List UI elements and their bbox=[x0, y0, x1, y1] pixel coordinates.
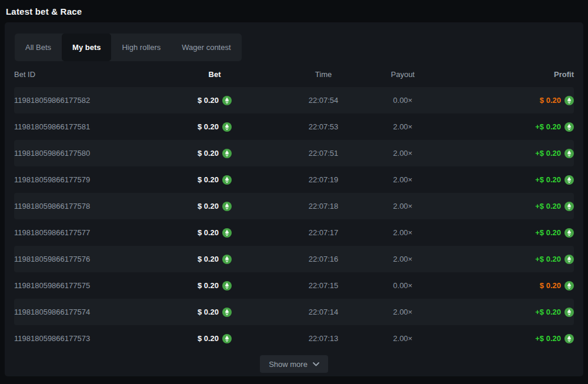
bet-profit: +$ 0.20 bbox=[417, 255, 574, 264]
chevron-down-icon bbox=[313, 362, 319, 366]
show-more-label: Show more bbox=[269, 360, 308, 369]
bets-table: Bet ID Bet Time Payout Profit 1198180598… bbox=[14, 61, 574, 352]
bet-amount: $ 0.20 bbox=[171, 255, 259, 264]
bet-profit-value: +$ 0.20 bbox=[535, 175, 561, 184]
green-coin-icon bbox=[222, 96, 232, 105]
table-row[interactable]: 119818059866177575 $ 0.20 22:07:15 0.00×… bbox=[14, 272, 574, 299]
green-coin-icon bbox=[564, 334, 574, 343]
green-coin-icon bbox=[564, 175, 574, 185]
bet-id: 119818059866177578 bbox=[14, 202, 171, 211]
green-coin-icon bbox=[564, 281, 574, 290]
bet-profit: +$ 0.20 bbox=[417, 228, 574, 238]
bet-profit-value: +$ 0.20 bbox=[535, 228, 561, 237]
bet-profit: $ 0.20 bbox=[417, 96, 574, 105]
bet-id: 119818059866177582 bbox=[14, 96, 171, 105]
green-coin-icon bbox=[222, 255, 232, 264]
bet-profit: +$ 0.20 bbox=[417, 334, 574, 343]
bet-profit-value: +$ 0.20 bbox=[535, 202, 561, 211]
bet-payout: 2.00× bbox=[388, 308, 417, 316]
column-header-time: Time bbox=[259, 70, 388, 79]
bet-id: 119818059866177579 bbox=[14, 175, 171, 184]
bet-amount: $ 0.20 bbox=[171, 228, 259, 238]
table-row[interactable]: 119818059866177573 $ 0.20 22:07:13 2.00×… bbox=[14, 325, 574, 352]
bet-profit-value: +$ 0.20 bbox=[535, 122, 561, 131]
column-header-profit: Profit bbox=[417, 70, 574, 79]
table-header-row: Bet ID Bet Time Payout Profit bbox=[14, 61, 574, 87]
green-coin-icon bbox=[222, 308, 232, 317]
titlebar: Latest bet & Race bbox=[0, 0, 588, 22]
bet-time: 22:07:16 bbox=[259, 255, 388, 263]
green-coin-icon bbox=[564, 202, 574, 211]
bet-payout: 0.00× bbox=[388, 281, 417, 290]
bet-time: 22:07:14 bbox=[259, 308, 388, 316]
tab-wager-contest[interactable]: Wager contest bbox=[171, 34, 241, 61]
bet-id: 119818059866177574 bbox=[14, 308, 171, 316]
green-coin-icon bbox=[564, 308, 574, 317]
bet-time: 22:07:18 bbox=[259, 202, 388, 211]
bet-profit: +$ 0.20 bbox=[417, 308, 574, 317]
green-coin-icon bbox=[222, 175, 232, 185]
table-row[interactable]: 119818059866177578 $ 0.20 22:07:18 2.00×… bbox=[14, 193, 574, 219]
bet-amount: $ 0.20 bbox=[171, 122, 259, 132]
bet-amount: $ 0.20 bbox=[171, 281, 259, 290]
bet-amount: $ 0.20 bbox=[171, 149, 259, 158]
bet-amount: $ 0.20 bbox=[171, 308, 259, 317]
bet-amount: $ 0.20 bbox=[171, 175, 259, 185]
bet-amount-value: $ 0.20 bbox=[198, 334, 219, 343]
green-coin-icon bbox=[564, 149, 574, 158]
bet-payout: 0.00× bbox=[388, 96, 417, 105]
table-footer: Show more bbox=[5, 355, 583, 373]
bet-profit: +$ 0.20 bbox=[417, 175, 574, 185]
bet-payout: 2.00× bbox=[388, 255, 417, 263]
bet-id: 119818059866177573 bbox=[14, 334, 171, 343]
bet-time: 22:07:53 bbox=[259, 122, 388, 131]
table-row[interactable]: 119818059866177582 $ 0.20 22:07:54 0.00×… bbox=[14, 87, 574, 113]
show-more-button[interactable]: Show more bbox=[260, 355, 328, 373]
column-header-bet-id: Bet ID bbox=[14, 70, 171, 79]
bet-profit-value: $ 0.20 bbox=[540, 96, 561, 105]
tab-high-rollers[interactable]: High rollers bbox=[111, 34, 171, 61]
bet-time: 22:07:51 bbox=[259, 149, 388, 158]
bet-amount-value: $ 0.20 bbox=[198, 149, 219, 158]
bet-profit-value: +$ 0.20 bbox=[535, 255, 561, 263]
table-row[interactable]: 119818059866177574 $ 0.20 22:07:14 2.00×… bbox=[14, 299, 574, 325]
table-row[interactable]: 119818059866177581 $ 0.20 22:07:53 2.00×… bbox=[14, 113, 574, 140]
green-coin-icon bbox=[222, 122, 232, 132]
bet-time: 22:07:54 bbox=[259, 96, 388, 105]
green-coin-icon bbox=[222, 281, 232, 290]
green-coin-icon bbox=[222, 149, 232, 158]
tab-my-bets[interactable]: My bets bbox=[62, 34, 111, 61]
bet-amount-value: $ 0.20 bbox=[198, 281, 219, 290]
latest-bets-panel: All BetsMy betsHigh rollersWager contest… bbox=[5, 22, 583, 376]
bet-amount-value: $ 0.20 bbox=[198, 96, 219, 105]
bet-amount-value: $ 0.20 bbox=[198, 228, 219, 237]
green-coin-icon bbox=[564, 255, 574, 264]
bet-payout: 2.00× bbox=[388, 202, 417, 211]
bet-profit: +$ 0.20 bbox=[417, 202, 574, 211]
table-row[interactable]: 119818059866177580 $ 0.20 22:07:51 2.00×… bbox=[14, 140, 574, 166]
table-row[interactable]: 119818059866177577 $ 0.20 22:07:17 2.00×… bbox=[14, 219, 574, 246]
bet-amount-value: $ 0.20 bbox=[198, 308, 219, 316]
bet-time: 22:07:13 bbox=[259, 334, 388, 343]
bet-id: 119818059866177580 bbox=[14, 149, 171, 158]
bet-profit-value: +$ 0.20 bbox=[535, 334, 561, 343]
bet-amount: $ 0.20 bbox=[171, 334, 259, 343]
green-coin-icon bbox=[222, 202, 232, 211]
bet-amount-value: $ 0.20 bbox=[198, 255, 219, 263]
column-header-payout: Payout bbox=[388, 70, 417, 79]
bet-payout: 2.00× bbox=[388, 175, 417, 184]
bet-id: 119818059866177575 bbox=[14, 281, 171, 290]
green-coin-icon bbox=[222, 228, 232, 238]
bet-profit-value: $ 0.20 bbox=[540, 281, 561, 290]
tab-all-bets[interactable]: All Bets bbox=[15, 34, 62, 61]
bet-amount: $ 0.20 bbox=[171, 96, 259, 105]
bet-payout: 2.00× bbox=[388, 149, 417, 158]
bet-amount-value: $ 0.20 bbox=[198, 202, 219, 211]
bet-profit: $ 0.20 bbox=[417, 281, 574, 290]
bets-tabstrip: All BetsMy betsHigh rollersWager contest bbox=[15, 34, 242, 61]
bet-payout: 2.00× bbox=[388, 334, 417, 343]
table-row[interactable]: 119818059866177579 $ 0.20 22:07:19 2.00×… bbox=[14, 166, 574, 193]
bet-id: 119818059866177577 bbox=[14, 228, 171, 237]
table-row[interactable]: 119818059866177576 $ 0.20 22:07:16 2.00×… bbox=[14, 246, 574, 272]
bet-amount-value: $ 0.20 bbox=[198, 122, 219, 131]
